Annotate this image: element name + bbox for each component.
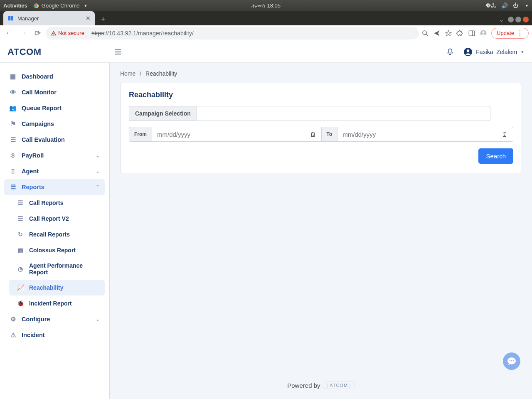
- chevron-down-icon: ⌄: [96, 316, 100, 322]
- sidebar-item-call-report-v2[interactable]: ☰Call Report V2: [9, 211, 105, 227]
- sidepanel-icon[interactable]: [468, 30, 475, 37]
- sidebar-item-call-monitor[interactable]: 👁Call Monitor: [4, 84, 105, 100]
- powered-by-label: Powered by: [287, 382, 320, 389]
- breadcrumb-current: Reachability: [145, 70, 177, 77]
- svg-rect-2: [8, 16, 10, 21]
- chevron-up-icon: ⌃: [96, 184, 100, 190]
- tab-close-button[interactable]: ✕: [86, 15, 91, 22]
- footer: Powered by ATCOM: [120, 376, 522, 392]
- from-date-input[interactable]: mm/dd/yyyy 🗓: [152, 127, 321, 142]
- volume-icon[interactable]: 🔊: [501, 2, 508, 9]
- from-label: From: [129, 127, 152, 142]
- browser-tab[interactable]: Manager ✕: [3, 11, 95, 25]
- browser-toolbar: ← → ⟳ Not secure https://10.43.92.1/mana…: [0, 25, 532, 41]
- svg-point-15: [510, 360, 511, 362]
- address-bar[interactable]: Not secure https://10.43.92.1/manager/re…: [46, 27, 419, 39]
- update-button[interactable]: Update ⋮: [491, 28, 529, 39]
- user-menu[interactable]: Fasika_Zelalem ▼: [463, 47, 525, 57]
- back-button[interactable]: ←: [3, 27, 15, 39]
- tab-overflow-icon[interactable]: ⌄: [499, 17, 504, 23]
- calendar-icon[interactable]: 🗓: [502, 131, 508, 138]
- profile-icon[interactable]: [480, 30, 487, 37]
- svg-point-4: [423, 31, 426, 34]
- window-close-button[interactable]: [523, 17, 529, 22]
- zoom-icon[interactable]: [421, 30, 429, 37]
- os-top-bar: Activities Google Chrome ▼ ሐሙስ 18:05 �🖧 …: [0, 0, 532, 11]
- to-date-placeholder: mm/dd/yyyy: [342, 131, 376, 138]
- chat-fab-button[interactable]: [503, 352, 520, 370]
- campaign-selection-input[interactable]: [197, 106, 490, 121]
- breadcrumb-home[interactable]: Home: [120, 70, 135, 77]
- chrome-icon: [33, 3, 39, 9]
- sidebar-item-agent-performance[interactable]: ◔Agent Performance Report: [9, 258, 105, 280]
- app-header: ATCOM Fasika_Zelalem ▼: [0, 41, 532, 63]
- report-icon: ☰: [17, 215, 24, 222]
- sidebar-item-dashboard[interactable]: ▦Dashboard: [4, 69, 105, 84]
- warning-icon: ⚠: [9, 331, 17, 339]
- bookmark-star-icon[interactable]: [445, 30, 452, 37]
- bug-icon: 🐞: [17, 300, 24, 307]
- chat-icon: [507, 356, 517, 366]
- card-title: Reachability: [129, 91, 513, 99]
- notifications-button[interactable]: [446, 48, 454, 56]
- new-tab-button[interactable]: ＋: [97, 13, 109, 25]
- chrome-app-menu[interactable]: Google Chrome ▼: [33, 2, 88, 9]
- sidebar-item-recall-reports[interactable]: ↻Recall Reports: [9, 227, 105, 242]
- eye-icon: 👁: [9, 89, 17, 96]
- gear-icon: ⚙: [9, 315, 17, 323]
- system-menu-icon[interactable]: ▼: [525, 4, 529, 8]
- to-label: To: [321, 127, 338, 142]
- sidebar-item-agent[interactable]: ▯Agent⌄: [4, 163, 105, 179]
- flag-icon: ⚑: [9, 120, 17, 128]
- footer-brand-logo: ATCOM: [323, 382, 355, 389]
- badge-icon: ▯: [9, 167, 17, 175]
- svg-rect-3: [11, 16, 13, 21]
- activities-button[interactable]: Activities: [3, 2, 27, 9]
- sidebar: ▦Dashboard 👁Call Monitor 👥Queue Report ⚑…: [0, 63, 110, 399]
- browser-tab-strip: Manager ✕ ＋ ⌄: [0, 11, 532, 25]
- svg-line-5: [426, 34, 428, 36]
- svg-rect-6: [469, 31, 475, 36]
- brand-logo[interactable]: ATCOM: [7, 47, 111, 57]
- tab-favicon-icon: [7, 15, 14, 22]
- chart-icon: 📈: [17, 284, 24, 291]
- svg-point-16: [511, 360, 512, 362]
- calendar-icon[interactable]: 🗓: [310, 131, 316, 138]
- people-icon: 👥: [9, 104, 17, 112]
- search-button[interactable]: Search: [478, 148, 513, 164]
- user-name: Fasika_Zelalem: [476, 49, 517, 55]
- reload-button[interactable]: ⟳: [32, 27, 43, 39]
- reports-icon: ☰: [9, 183, 17, 191]
- sidebar-item-call-evaluation[interactable]: ☰Call Evaluation: [4, 132, 105, 148]
- sidebar-item-incident-report[interactable]: 🐞Incident Report: [9, 296, 105, 311]
- user-avatar-icon: [463, 47, 473, 57]
- sidebar-item-configure[interactable]: ⚙Configure⌄: [4, 311, 105, 327]
- to-date-input[interactable]: mm/dd/yyyy 🗓: [337, 127, 513, 142]
- reachability-card: Reachability Campaign Selection From mm/…: [120, 83, 522, 173]
- clock-label: ሐሙስ 18:05: [251, 2, 281, 9]
- sidebar-item-reachability[interactable]: 📈Reachability: [9, 280, 105, 296]
- window-minimize-button[interactable]: [508, 17, 514, 22]
- sidebar-item-campaigns[interactable]: ⚑Campaigns: [4, 116, 105, 132]
- hamburger-icon: [114, 48, 122, 56]
- send-icon[interactable]: [433, 30, 441, 37]
- sidebar-item-reports[interactable]: ☰Reports⌃: [4, 179, 105, 195]
- form-icon: ☰: [9, 136, 17, 143]
- sidebar-toggle-button[interactable]: [111, 45, 125, 59]
- sidebar-item-colossus-report[interactable]: ▦Colossus Report: [9, 242, 105, 258]
- sidebar-item-incident[interactable]: ⚠Incident: [4, 327, 105, 343]
- url-text: https://10.43.92.1/manager/reachability/: [91, 30, 194, 37]
- power-icon[interactable]: ⏻: [513, 2, 518, 9]
- extensions-icon[interactable]: [456, 30, 464, 37]
- breadcrumb: Home / Reachability: [120, 70, 522, 77]
- sidebar-item-queue-report[interactable]: 👥Queue Report: [4, 100, 105, 116]
- warning-icon: [51, 30, 57, 36]
- clock-icon: ◔: [17, 265, 24, 273]
- window-maximize-button[interactable]: [515, 17, 521, 22]
- sidebar-item-payroll[interactable]: $PayRoll⌄: [4, 148, 105, 163]
- main-content: Home / Reachability Reachability Campaig…: [110, 63, 532, 399]
- network-icon[interactable]: �🖧: [485, 2, 496, 9]
- sidebar-item-call-reports[interactable]: ☰Call Reports: [9, 195, 105, 211]
- forward-button[interactable]: →: [17, 27, 29, 39]
- insecure-badge[interactable]: Not secure: [51, 30, 84, 36]
